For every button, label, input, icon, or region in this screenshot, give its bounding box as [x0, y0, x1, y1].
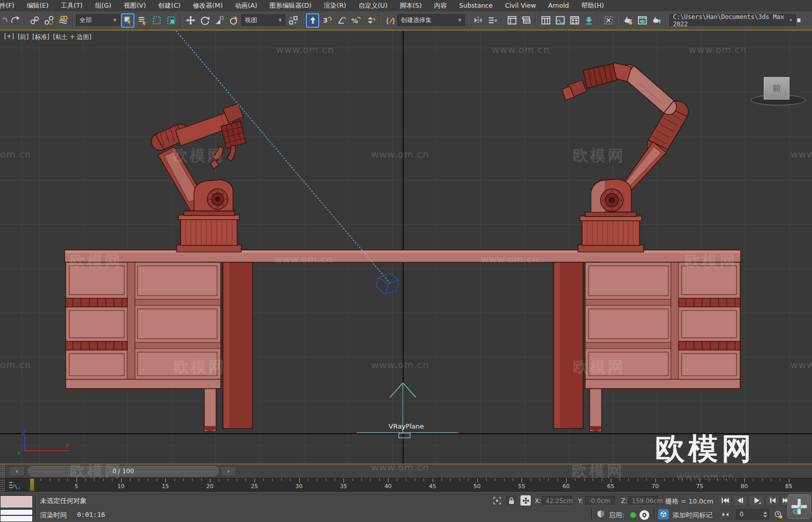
- viewport-standard-menu[interactable]: [标准]: [32, 33, 49, 42]
- menu-arnold[interactable]: Arnold: [542, 0, 575, 11]
- ruler-tick: [504, 478, 505, 481]
- menu-substance[interactable]: Substance: [453, 0, 499, 11]
- align-icon[interactable]: [486, 13, 499, 28]
- use-pivot-center-icon[interactable]: [227, 13, 240, 28]
- render-setup-icon[interactable]: [621, 13, 634, 28]
- rendered-frame-window-icon[interactable]: [635, 13, 649, 28]
- unlink-selection-icon[interactable]: [42, 13, 55, 28]
- workspace-icon[interactable]: [797, 13, 802, 28]
- snaps-toggle-button[interactable]: [306, 13, 319, 28]
- select-and-scale-icon[interactable]: [212, 13, 226, 28]
- macro-recorder-mini-listener[interactable]: [0, 495, 33, 508]
- transform-gizmo-toggle-icon[interactable]: [602, 13, 615, 28]
- menu-graph-editors[interactable]: 图形编辑器(D): [263, 0, 318, 11]
- time-configuration-icon[interactable]: [772, 509, 784, 519]
- maxscript-mini-listener[interactable]: [0, 509, 33, 522]
- menu-edit[interactable]: 编辑(E): [21, 0, 55, 11]
- menu-views[interactable]: 视图(V): [118, 0, 152, 11]
- snap-3d-icon[interactable]: 3: [320, 13, 334, 28]
- ruler-tick: [112, 478, 112, 481]
- ruler-tick: [139, 478, 139, 481]
- add-time-tag[interactable]: 添加时间标记: [672, 511, 712, 520]
- coord-y-field[interactable]: -0.0cm: [585, 496, 615, 506]
- viewport-pov-menu[interactable]: [前]: [17, 33, 28, 42]
- project-folder-dropdown[interactable]: C:\Users\Han\Documents\3ds Max 2022▼: [669, 14, 796, 27]
- select-and-move-icon[interactable]: [184, 13, 197, 28]
- viewport-general-menu[interactable]: [+]: [4, 33, 14, 42]
- schematic-view-icon[interactable]: [553, 13, 567, 28]
- security-warning-count[interactable]: 0: [640, 510, 649, 520]
- front-viewport[interactable]: VRayPlane Z X y [+] [前] [标准] [粘土 + 边面] 前: [0, 31, 812, 463]
- track-ruler[interactable]: 0510152025303540455055606570758085: [0, 478, 812, 491]
- select-and-manipulate-icon[interactable]: [286, 13, 300, 28]
- menu-content[interactable]: 内容: [428, 0, 453, 11]
- select-object-button[interactable]: [121, 13, 134, 28]
- select-by-name-icon[interactable]: [136, 13, 149, 28]
- absolute-transform-mode-icon[interactable]: [520, 495, 531, 506]
- menu-rendering[interactable]: 渲染(R): [318, 0, 352, 11]
- target-helper-object[interactable]: [376, 273, 399, 294]
- ruler-tick: [281, 478, 282, 481]
- menu-create[interactable]: 创建(C): [152, 0, 186, 11]
- angle-snap-icon[interactable]: [335, 13, 348, 28]
- set-key-button[interactable]: [787, 494, 811, 519]
- ribbon-toggle-icon[interactable]: [582, 13, 595, 28]
- current-frame-marker[interactable]: [30, 478, 34, 491]
- time-slider[interactable]: 0 / 100: [28, 466, 219, 476]
- menu-civil-view[interactable]: Civil View: [499, 0, 542, 11]
- menu-file[interactable]: 文件(F): [0, 0, 21, 11]
- render-production-icon[interactable]: [650, 13, 663, 28]
- percent-snap-icon[interactable]: %: [349, 13, 362, 28]
- selection-filter-dropdown[interactable]: 全部▼: [76, 14, 120, 27]
- ruler-tick: [789, 478, 789, 482]
- go-to-start-button[interactable]: [718, 495, 732, 506]
- curve-editor-icon[interactable]: [539, 13, 552, 28]
- viewport-shading-menu[interactable]: [粘土 + 边面]: [53, 33, 91, 42]
- rectangular-selection-region-icon[interactable]: [150, 13, 163, 28]
- ruler-tick: [628, 478, 629, 481]
- toolbar-grip[interactable]: [0, 465, 6, 478]
- scene-explorer-toggle-icon[interactable]: [505, 13, 518, 28]
- coord-z-field[interactable]: 159.06cm: [628, 496, 658, 506]
- viewcube[interactable]: 前: [764, 77, 789, 100]
- select-and-rotate-icon[interactable]: [198, 13, 211, 28]
- edit-named-selection-sets-icon[interactable]: { }: [383, 13, 396, 28]
- undo-icon[interactable]: [1, 13, 7, 28]
- named-selection-set-dropdown[interactable]: 创建选择集▼: [397, 14, 465, 27]
- scene-security-shield-icon[interactable]: [595, 509, 606, 519]
- left-robot-arm-model[interactable]: [151, 104, 246, 252]
- next-frame-button[interactable]: [766, 495, 780, 506]
- next-frame-slider-button[interactable]: ›: [221, 466, 236, 476]
- selection-lock-icon[interactable]: [506, 495, 516, 506]
- play-button[interactable]: [748, 495, 765, 506]
- right-robot-arm-model[interactable]: [562, 63, 688, 252]
- previous-frame-slider-button[interactable]: ‹: [9, 466, 25, 476]
- material-editor-icon[interactable]: [568, 13, 581, 28]
- spinner-snap-icon[interactable]: [363, 13, 377, 28]
- menu-customize[interactable]: 自定义(U): [352, 0, 393, 11]
- menu-modifiers[interactable]: 修改器(M): [187, 0, 229, 11]
- redo-icon[interactable]: [8, 13, 22, 28]
- menu-scripting[interactable]: 脚本(S): [394, 0, 428, 11]
- menu-tools[interactable]: 工具(T): [55, 0, 89, 11]
- key-mode-toggle-icon[interactable]: [720, 509, 731, 519]
- mirror-icon[interactable]: [471, 13, 485, 28]
- window-crossing-toggle-icon[interactable]: [164, 13, 178, 28]
- time-tag-cube-icon[interactable]: [658, 509, 669, 519]
- ruler-frame-label: 75: [696, 483, 703, 490]
- bind-to-space-warp-icon[interactable]: [56, 13, 70, 28]
- reference-coordinate-dropdown[interactable]: 视图▼: [241, 14, 285, 27]
- ruler-tick: [353, 478, 353, 481]
- select-and-link-icon[interactable]: [28, 13, 41, 28]
- ruler-tick: [726, 478, 727, 481]
- menu-animation[interactable]: 动画(A): [229, 0, 263, 11]
- ruler-tick: [219, 478, 219, 481]
- ruler-tick: [441, 478, 442, 481]
- frame-spinner[interactable]: [763, 509, 767, 519]
- menu-help[interactable]: 帮助(H): [575, 0, 610, 11]
- isolate-selection-icon[interactable]: [492, 495, 502, 506]
- previous-frame-button[interactable]: [733, 495, 747, 506]
- coord-x-field[interactable]: 42.25cm: [542, 496, 572, 506]
- menu-group[interactable]: 组(G): [89, 0, 118, 11]
- layer-explorer-toggle-icon[interactable]: [519, 13, 533, 28]
